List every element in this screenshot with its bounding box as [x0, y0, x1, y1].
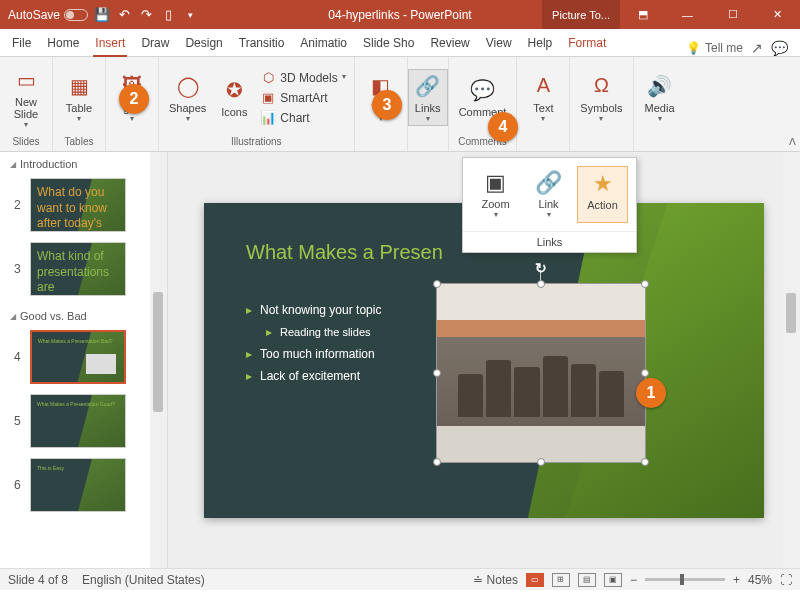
thumbnail-6[interactable]: This is Easy: [30, 458, 126, 512]
comment-icon: 💬: [470, 76, 495, 104]
text-button[interactable]: AText▾: [523, 70, 563, 125]
3d-models-button[interactable]: ⬡3D Models ▾: [258, 69, 347, 87]
comments-icon[interactable]: 💬: [771, 40, 788, 56]
fit-window-icon[interactable]: ⛶: [780, 573, 792, 587]
resize-handle[interactable]: [537, 280, 545, 288]
thumbnails-scrollbar[interactable]: [150, 152, 167, 568]
smartart-icon: ▣: [260, 90, 276, 106]
star-icon: ★: [593, 171, 613, 197]
resize-handle[interactable]: [537, 458, 545, 466]
symbols-button[interactable]: ΩSymbols▾: [576, 70, 626, 125]
redo-icon[interactable]: ↷: [138, 7, 154, 23]
slideshow-view-icon[interactable]: ▣: [604, 573, 622, 587]
document-title: 04-hyperlinks - PowerPoint: [328, 8, 471, 22]
resize-handle[interactable]: [641, 458, 649, 466]
rotate-handle[interactable]: [535, 260, 547, 272]
slide-title[interactable]: What Makes a Presen: [246, 241, 443, 264]
resize-handle[interactable]: [433, 280, 441, 288]
thumb-num-4: 4: [14, 350, 24, 364]
table-button[interactable]: ▦Table▾: [59, 70, 99, 125]
resize-handle[interactable]: [641, 280, 649, 288]
tell-me-search[interactable]: 💡Tell me: [686, 41, 743, 55]
reading-view-icon[interactable]: ▤: [578, 573, 596, 587]
new-slide-button[interactable]: ▭New Slide▾: [6, 64, 46, 131]
dropdown-footer: Links: [463, 231, 636, 252]
titlebar: AutoSave 💾 ↶ ↷ ▯ ▾ 04-hyperlinks - Power…: [0, 0, 800, 29]
thumbnail-3[interactable]: What kind of presentations areyou giving…: [30, 242, 126, 296]
tab-insert[interactable]: Insert: [87, 30, 133, 56]
smartart-button[interactable]: ▣SmartArt: [258, 89, 347, 107]
links-button[interactable]: 🔗Links▾: [408, 69, 448, 126]
shapes-icon: ◯: [177, 72, 199, 100]
notes-button[interactable]: ≐ Notes: [473, 573, 518, 587]
link-button[interactable]: 🔗Link▾: [524, 166, 573, 223]
zoom-link-button[interactable]: ▣Zoom▾: [471, 166, 520, 223]
statusbar: Slide 4 of 8 English (United States) ≐ N…: [0, 568, 800, 590]
group-slides-label: Slides: [6, 136, 46, 149]
icons-button[interactable]: ✪Icons: [214, 74, 254, 120]
group-tables-label: Tables: [59, 136, 99, 149]
action-button[interactable]: ★Action: [577, 166, 628, 223]
tab-design[interactable]: Design: [177, 30, 230, 56]
bullet-3: Too much information: [246, 347, 381, 361]
ribbon-tabs: File Home Insert Draw Design Transitio A…: [0, 29, 800, 57]
thumbnail-4[interactable]: What Makes a Presentation Bad?: [30, 330, 126, 384]
zoom-icon: ▣: [485, 170, 506, 196]
section-introduction[interactable]: Introduction: [0, 152, 167, 176]
links-dropdown: ▣Zoom▾ 🔗Link▾ ★Action Links: [462, 157, 637, 253]
vertical-scrollbar[interactable]: [783, 152, 800, 568]
callout-2: 2: [119, 84, 149, 114]
tab-format[interactable]: Format: [560, 30, 614, 56]
bullet-4: Lack of excitement: [246, 369, 381, 383]
zoom-out-icon[interactable]: −: [630, 573, 637, 587]
resize-handle[interactable]: [641, 369, 649, 377]
collapse-ribbon-icon[interactable]: ᐱ: [789, 136, 796, 147]
tab-animations[interactable]: Animatio: [292, 30, 355, 56]
minimize-button[interactable]: —: [665, 0, 710, 29]
tab-help[interactable]: Help: [520, 30, 561, 56]
slide-thumbnails: Introduction 2What do you want to knowaf…: [0, 152, 168, 568]
start-slideshow-icon[interactable]: ▯: [160, 7, 176, 23]
selected-image[interactable]: [436, 283, 646, 463]
slide-counter[interactable]: Slide 4 of 8: [8, 573, 68, 587]
thumbnail-2[interactable]: What do you want to knowafter today's pr…: [30, 178, 126, 232]
section-good-vs-bad[interactable]: Good vs. Bad: [0, 304, 167, 328]
save-icon[interactable]: 💾: [94, 7, 110, 23]
close-button[interactable]: ✕: [755, 0, 800, 29]
ribbon-options-icon[interactable]: ⬒: [620, 0, 665, 29]
tab-transitions[interactable]: Transitio: [231, 30, 293, 56]
sorter-view-icon[interactable]: ⊞: [552, 573, 570, 587]
callout-3: 3: [372, 90, 402, 120]
context-tab-picture[interactable]: Picture To...: [542, 0, 620, 29]
tab-slideshow[interactable]: Slide Sho: [355, 30, 422, 56]
autosave-toggle[interactable]: AutoSave: [8, 8, 88, 22]
media-button[interactable]: 🔊Media▾: [640, 70, 680, 125]
thumb-num-6: 6: [14, 478, 24, 492]
resize-handle[interactable]: [433, 458, 441, 466]
zoom-slider[interactable]: [645, 578, 725, 581]
textbox-icon: A: [537, 72, 550, 100]
thumb-num-2: 2: [14, 198, 24, 212]
language-status[interactable]: English (United States): [82, 573, 205, 587]
chart-button[interactable]: 📊Chart: [258, 109, 347, 127]
tab-home[interactable]: Home: [39, 30, 87, 56]
undo-icon[interactable]: ↶: [116, 7, 132, 23]
new-slide-icon: ▭: [17, 66, 36, 94]
thumbnail-5[interactable]: What Makes a Presentation Good?: [30, 394, 126, 448]
shapes-button[interactable]: ◯Shapes▾: [165, 70, 210, 125]
hyperlink-icon: 🔗: [535, 170, 562, 196]
tab-draw[interactable]: Draw: [133, 30, 177, 56]
thumb-num-3: 3: [14, 262, 24, 276]
tab-file[interactable]: File: [4, 30, 39, 56]
zoom-level[interactable]: 45%: [748, 573, 772, 587]
table-icon: ▦: [70, 72, 89, 100]
slide-bullets[interactable]: Not knowing your topic Reading the slide…: [246, 303, 381, 391]
qat-more-icon[interactable]: ▾: [182, 7, 198, 23]
normal-view-icon[interactable]: ▭: [526, 573, 544, 587]
zoom-in-icon[interactable]: +: [733, 573, 740, 587]
maximize-button[interactable]: ☐: [710, 0, 755, 29]
tab-view[interactable]: View: [478, 30, 520, 56]
resize-handle[interactable]: [433, 369, 441, 377]
tab-review[interactable]: Review: [422, 30, 477, 56]
share-icon[interactable]: ↗: [751, 40, 763, 56]
